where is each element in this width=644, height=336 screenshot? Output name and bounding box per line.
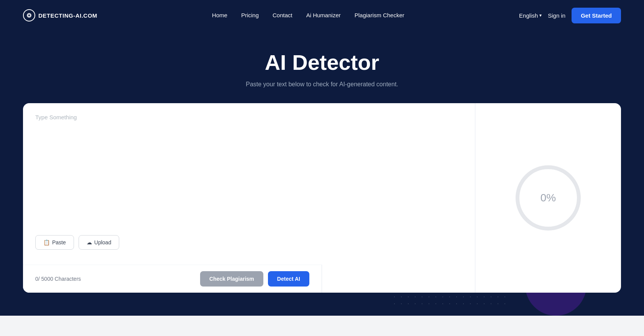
- paste-button[interactable]: 📋 Paste: [35, 235, 74, 250]
- action-buttons: 📋 Paste ☁ Upload: [35, 235, 463, 250]
- svg-point-2: [28, 15, 30, 16]
- editor-card: 📋 Paste ☁ Upload 0%: [23, 103, 621, 293]
- paste-icon: 📋: [43, 239, 50, 245]
- paste-label: Paste: [52, 239, 66, 245]
- brand-name: DETECTING-AI.COM: [38, 12, 97, 19]
- nav-links: Home Pricing Contact Ai Humanizer Plagia…: [212, 12, 404, 19]
- nav-plagiarism-checker[interactable]: Plagiarism Checker: [355, 12, 404, 18]
- editor-bottom-bar: 0/ 5000 Characters Check Plagiarism Dete…: [23, 265, 322, 293]
- bottom-section: [0, 316, 644, 336]
- text-input[interactable]: [35, 114, 463, 229]
- logo[interactable]: DETECTING-AI.COM: [23, 9, 97, 21]
- sign-in-link[interactable]: Sign in: [548, 12, 565, 19]
- result-circle: 0%: [514, 163, 583, 232]
- upload-icon: ☁: [87, 239, 92, 245]
- result-panel: 0%: [475, 103, 621, 293]
- char-count: 0/ 5000 Characters: [35, 276, 81, 282]
- main-section: 📋 Paste ☁ Upload 0%: [0, 103, 644, 316]
- nav-home[interactable]: Home: [212, 12, 227, 18]
- card-section: 📋 Paste ☁ Upload 0%: [0, 103, 644, 293]
- language-selector[interactable]: English ▾: [519, 12, 542, 19]
- chevron-down-icon: ▾: [539, 13, 542, 18]
- hero-subtitle: Paste your text below to check for AI-ge…: [8, 81, 636, 88]
- nav-pricing[interactable]: Pricing: [241, 12, 259, 18]
- upload-label: Upload: [94, 239, 111, 245]
- hero-section: AI Detector Paste your text below to che…: [0, 31, 644, 103]
- language-label: English: [519, 12, 538, 19]
- result-percentage: 0%: [540, 192, 556, 204]
- editor-left: 📋 Paste ☁ Upload: [23, 103, 475, 293]
- navbar: DETECTING-AI.COM Home Pricing Contact Ai…: [0, 0, 644, 31]
- nav-ai-humanizer[interactable]: Ai Humanizer: [306, 12, 341, 18]
- hero-title: AI Detector: [8, 50, 636, 75]
- logo-icon: [23, 9, 35, 21]
- detect-ai-button[interactable]: Detect AI: [268, 271, 309, 287]
- get-started-button[interactable]: Get Started: [572, 8, 621, 23]
- check-plagiarism-button[interactable]: Check Plagiarism: [200, 271, 263, 287]
- nav-contact[interactable]: Contact: [273, 12, 292, 18]
- nav-right: English ▾ Sign in Get Started: [519, 8, 621, 23]
- upload-button[interactable]: ☁ Upload: [79, 235, 119, 250]
- bottom-buttons: Check Plagiarism Detect AI: [200, 271, 309, 287]
